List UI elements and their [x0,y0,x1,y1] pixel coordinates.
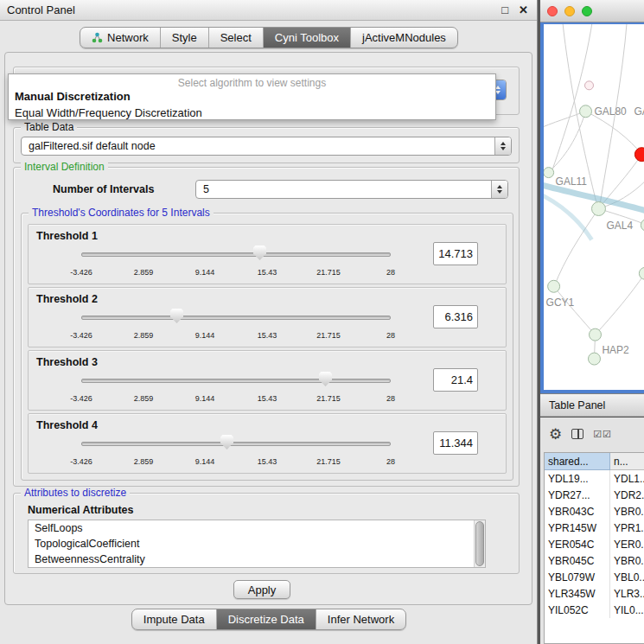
slider-track[interactable] [81,252,391,257]
algorithm-dropdown-popup: Select algorithm to view settings Manual… [8,73,496,120]
table-panel-title: Table Panel [549,399,605,411]
network-node[interactable] [641,219,644,231]
table-panel: ⚙ ☑☑ shared... n... YDL19...YDL1... YDR2… [540,418,644,644]
network-node-gal80[interactable] [580,105,592,118]
tab-style[interactable]: Style [160,28,208,48]
slider-thumb[interactable] [170,309,183,323]
threshold-1-value-field[interactable]: 14.713 [433,242,478,265]
cell: YPR145W [545,520,610,536]
cell: YIL0... [610,602,644,618]
list-item-betweennesscentrality[interactable]: BetweennessCentrality [29,552,485,567]
algorithm-option-equal-width-frequency[interactable]: Equal Width/Frequency Discretization [9,105,495,121]
table-row[interactable]: YPR145WYPR1... [545,520,644,536]
column-header-shared-name[interactable]: shared... [545,453,610,470]
apply-button[interactable]: Apply [233,580,290,599]
tick-label: 2.859 [134,394,154,403]
tick-label: 21.715 [316,394,341,403]
table-row[interactable]: YBR043CYBR0... [545,503,644,520]
threshold-2-panel: Threshold 2 -3.426 2.859 9.144 15.43 21.… [28,287,507,348]
threshold-2-label: Threshold 2 [36,293,98,305]
table-data-value: galFiltered.sif default node [22,140,494,152]
tab-select-label: Select [220,31,252,44]
tab-select[interactable]: Select [208,28,263,48]
table-toolbar: ⚙ ☑☑ [549,423,612,445]
table-row[interactable]: YDR27...YDR2... [545,487,644,503]
slider-track[interactable] [81,316,391,320]
network-node-gal11[interactable] [544,168,554,178]
algorithm-option-manual-discretization[interactable]: Manual Discretization [9,88,495,105]
slider-track[interactable] [81,442,391,446]
list-item-selfloops[interactable]: SelfLoops [29,520,485,536]
tab-network-label: Network [107,31,149,44]
threshold-3-slider[interactable]: -3.426 2.859 9.144 15.43 21.715 28 [75,372,397,406]
list-item-topologicalcoefficient[interactable]: TopologicalCoefficient [29,536,485,552]
table-row[interactable]: YLR345WYLR3... [545,585,644,602]
threshold-2-value-field[interactable]: 6.316 [433,305,478,328]
table-row[interactable]: YER054CYER0... [545,536,644,552]
threshold-2-slider[interactable]: -3.426 2.859 9.144 15.43 21.715 28 [75,309,397,343]
float-window-icon[interactable]: □ [501,3,508,16]
column-layout-icon[interactable] [571,429,583,439]
slider-thumb[interactable] [253,245,266,260]
table-row[interactable]: YBR045CYBR0... [545,552,644,569]
table-data-group: Table Data galFiltered.sif default node [13,127,520,163]
cyni-toolbox-panel: Select algorithm to view settings Manual… [4,52,532,605]
network-node[interactable] [590,328,602,341]
column-header-name[interactable]: n... [610,453,644,470]
tab-cyni-toolbox[interactable]: Cyni Toolbox [263,28,350,48]
tab-infer-network-label: Infer Network [328,613,394,626]
window-title: Control Panel [7,3,491,16]
combobox-stepper-icon[interactable] [494,137,511,155]
threshold-1-slider[interactable]: -3.426 2.859 9.144 15.43 21.715 28 [75,245,397,280]
number-of-intervals-combobox[interactable]: 5 [195,180,508,199]
cell: YER0... [610,536,644,552]
close-icon[interactable]: ✕ [519,3,528,16]
table-row[interactable]: YBL079WYBL0... [545,569,644,585]
table-row[interactable]: YIL052CYIL0... [545,602,644,618]
threshold-3-value-field[interactable]: 21.4 [433,368,478,392]
slider-thumb[interactable] [319,372,332,386]
attributes-group-title: Attributes to discretize [21,487,130,499]
network-node-gcy1[interactable] [548,280,560,292]
node-label-partial: GA [634,105,644,118]
network-canvas[interactable]: GAL80 GA GAL11 GAL4 GCY1 HAP2 [540,22,644,393]
network-node-selected[interactable] [634,148,644,162]
settings-gear-icon[interactable]: ⚙ [549,427,562,442]
tick-label: 2.859 [134,268,154,277]
node-table: shared... n... YDL19...YDL1... YDR27...Y… [544,452,644,644]
numerical-attributes-list: SelfLoops TopologicalCoefficient Between… [28,520,486,568]
node-label-gal4: GAL4 [606,220,633,232]
network-node[interactable] [585,81,594,90]
scrollbar-thumb[interactable] [475,521,484,566]
zoom-traffic-light[interactable] [582,6,592,16]
close-traffic-light[interactable] [547,6,558,16]
network-window-titlebar [540,0,644,22]
combobox-stepper-icon[interactable] [491,181,507,198]
table-row[interactable]: YDL19...YDL1... [545,470,644,487]
tick-label: 28 [386,394,395,403]
interval-definition-group: Interval Definition Number of Intervals … [13,167,520,487]
threshold-4-value-field[interactable]: 11.344 [433,431,478,455]
network-node[interactable] [639,267,644,279]
tick-label: 2.859 [134,457,154,466]
list-scrollbar[interactable] [474,520,485,567]
tab-impute-data[interactable]: Impute Data [132,609,216,629]
minimize-traffic-light[interactable] [564,6,575,16]
threshold-4-label: Threshold 4 [36,419,98,431]
slider-track[interactable] [81,379,391,383]
table-data-label: Table Data [21,121,77,133]
tick-label: -3.426 [70,268,92,277]
tab-jactivemnodules[interactable]: jActiveMNodules [350,28,457,48]
tab-infer-network[interactable]: Infer Network [316,609,405,629]
network-node-hap2[interactable] [589,353,601,365]
network-graph: GAL80 GA GAL11 GAL4 GCY1 HAP2 [544,24,644,390]
table-data-combobox[interactable]: galFiltered.sif default node [21,137,512,156]
select-columns-icon[interactable]: ☑☑ [593,429,612,440]
numerical-attributes-label: Numerical Attributes [28,504,133,516]
tab-discretize-data[interactable]: Discretize Data [216,609,316,629]
node-label-hap2: HAP2 [602,344,629,356]
threshold-4-slider[interactable]: -3.426 2.859 9.144 15.43 21.715 28 [75,435,397,469]
tab-network[interactable]: Network [80,28,160,48]
network-node-gal4[interactable] [592,202,606,216]
slider-thumb[interactable] [220,435,233,450]
